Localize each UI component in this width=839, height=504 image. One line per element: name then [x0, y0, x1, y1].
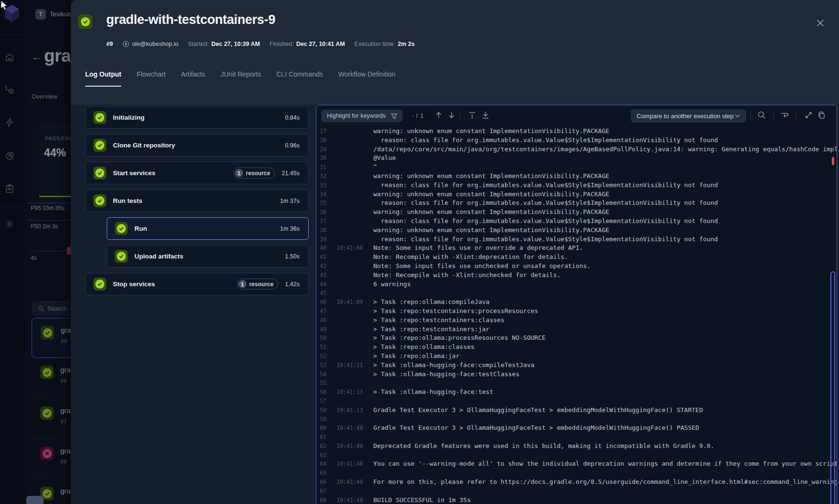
- log-line-number: 33: [316, 182, 326, 189]
- log-line-text: Note: Some input files use or override a…: [373, 244, 583, 251]
- execution-status-icon: [41, 326, 54, 339]
- log-line-text: You can use '--warning-mode all' to show…: [373, 460, 837, 467]
- create-workflow-icon[interactable]: [5, 85, 14, 95]
- log-line-number: 39: [316, 236, 326, 243]
- log-line-text: > Task :repo:ollama:jar: [373, 352, 459, 359]
- log-line-number: 68: [316, 497, 326, 504]
- toolbar-divider: [750, 111, 751, 120]
- execution-drawer: gradle-with-testcontainers-9 #9 ole@kube…: [71, 0, 839, 504]
- log-line-timestamp: 10:41:13: [336, 407, 363, 414]
- funnel-icon: [391, 112, 398, 120]
- log-line-number: 63: [316, 452, 326, 459]
- drawer-tab[interactable]: CLI Commands: [277, 70, 323, 83]
- log-line-text: > Task :repo:ollama:compileJava: [373, 298, 490, 305]
- log-line-text: > Task :repo:testcontainers:classes: [373, 316, 504, 324]
- log-line-timestamp: 10:41:48: [336, 479, 363, 485]
- log-line: 62 10:41:48 Deprecated Gradle features w…: [316, 442, 837, 451]
- triggers-icon[interactable]: [5, 118, 14, 127]
- log-line: 27 warning: unknown enum constant Implem…: [316, 127, 837, 136]
- log-line: 30 @Value: [316, 154, 837, 163]
- log-line: 37 reason: class file for org.immutables…: [316, 217, 837, 226]
- log-line: 38 warning: unknown enum constant Implem…: [316, 226, 837, 235]
- log-line-text: 6 warnings: [373, 280, 411, 288]
- step-row[interactable]: Run 1m 36s: [107, 217, 309, 240]
- log-line-text: > Task :repo:testcontainers:processResou…: [373, 307, 538, 314]
- resource-badge: 1 resource: [237, 279, 279, 290]
- log-line-text: ^: [373, 163, 377, 170]
- execution-name: gra: [60, 447, 71, 455]
- step-duration: 0.84s: [285, 114, 300, 121]
- scroll-to-top-icon[interactable]: [468, 111, 477, 120]
- log-line: 64 10:41:48 You can use '--warning-mode …: [316, 459, 837, 469]
- log-line-number: 53: [316, 362, 326, 369]
- step-row[interactable]: Upload artifacts 1.50s: [107, 245, 309, 268]
- step-row[interactable]: Initializing 0.84s: [85, 106, 309, 129]
- highlight-keywords-button[interactable]: Highlight for keywords: [321, 110, 403, 122]
- drawer-tabs: Log Output Flowchart Artifacts JUnit Rep…: [85, 70, 395, 83]
- log-line: 34 warning: unknown enum constant Implem…: [316, 190, 837, 199]
- back-arrow-icon[interactable]: ←: [32, 51, 42, 63]
- step-passed-icon: [115, 222, 128, 235]
- step-row[interactable]: Start services 1 resource 21.45s: [85, 162, 309, 184]
- previous-match-icon[interactable]: [434, 111, 443, 120]
- log-line-number: 35: [316, 200, 326, 206]
- log-line: 39 reason: class file for org.immutables…: [316, 235, 837, 244]
- monitors-icon[interactable]: [5, 184, 14, 193]
- search-log-icon[interactable]: [757, 111, 766, 120]
- log-line: 52 > Task :repo:ollama:jar: [316, 352, 837, 361]
- log-line: 54 > Task :ollama-hugging-face:testClass…: [316, 370, 837, 379]
- log-line-text: @Value: [373, 154, 396, 161]
- drawer-tab[interactable]: Workflow Definition: [338, 70, 396, 83]
- log-scrollbar-thumb[interactable]: [830, 271, 835, 504]
- step-passed-icon: [93, 167, 106, 179]
- step-duration: 21.45s: [281, 170, 300, 177]
- log-line: 53 10:41:11 > Task :ollama-hugging-face:…: [316, 361, 837, 370]
- insights-icon[interactable]: [5, 151, 14, 161]
- settings-gear-icon[interactable]: [5, 219, 14, 229]
- step-passed-icon: [115, 250, 128, 263]
- copy-log-icon[interactable]: [817, 111, 826, 120]
- step-passed-icon: [93, 111, 106, 124]
- step-row[interactable]: Clone Git repository 0.96s: [85, 134, 309, 157]
- execution-status-icon: [40, 447, 54, 460]
- close-icon[interactable]: [814, 16, 827, 30]
- compare-step-dropdown[interactable]: Compare to another execution step: [631, 109, 746, 123]
- log-line-timestamp: 10:41:09: [336, 299, 363, 305]
- match-counter: - / 1: [405, 110, 431, 121]
- step-duration: 1m 36s: [280, 225, 300, 232]
- fullscreen-icon[interactable]: [804, 111, 813, 120]
- drawer-tab[interactable]: JUnit Reports: [221, 70, 261, 83]
- toolbar-divider: [400, 111, 400, 120]
- steps-panel: Initializing 0.84s Clone Git repository: [85, 106, 309, 301]
- log-line-text: Gradle Test Executor 3 > OllamaHuggingFa…: [373, 406, 703, 414]
- next-match-icon[interactable]: [447, 111, 456, 120]
- step-row[interactable]: Stop services 1 resource 1.42s: [85, 273, 309, 295]
- log-line-timestamp: 10:41:48: [336, 460, 363, 467]
- home-icon[interactable]: [5, 53, 14, 62]
- log-line-text: Note: Recompile with -Xlint:unchecked fo…: [373, 271, 560, 279]
- step-row[interactable]: Run tests 1m 37s: [85, 190, 309, 212]
- download-log-icon[interactable]: [481, 111, 490, 120]
- drawer-tab[interactable]: Log Output: [85, 70, 121, 83]
- log-lines: 27 warning: unknown enum constant Implem…: [316, 127, 837, 504]
- team-avatar[interactable]: T: [35, 9, 46, 20]
- step-duration: 1.50s: [285, 253, 300, 260]
- log-line-number: 58: [316, 407, 326, 414]
- log-line-timestamp: 10:41:11: [336, 362, 363, 369]
- rail-divider: [0, 34, 25, 34]
- resource-badge: 1 resource: [234, 168, 275, 179]
- log-line-number: 56: [316, 389, 326, 395]
- log-line: 42 Note: Some input files use unchecked …: [316, 262, 837, 271]
- drawer-tab[interactable]: Artifacts: [181, 70, 205, 83]
- started-meta: Started:Dec 27, 10:39 AM: [188, 41, 260, 47]
- log-line: 40 10:41:08 Note: Some input files use o…: [316, 244, 837, 253]
- log-line: 61: [316, 433, 837, 442]
- step-label: Run tests: [113, 197, 143, 204]
- log-line-number: 38: [316, 227, 326, 234]
- tab-overview[interactable]: Overview: [32, 93, 57, 100]
- log-line: 45: [316, 289, 837, 298]
- word-wrap-icon[interactable]: [780, 111, 789, 120]
- log-line: 29 /data/repo/core/src/main/java/org/tes…: [316, 145, 837, 154]
- log-line-number: 45: [316, 290, 326, 296]
- drawer-tab[interactable]: Flowchart: [136, 70, 166, 83]
